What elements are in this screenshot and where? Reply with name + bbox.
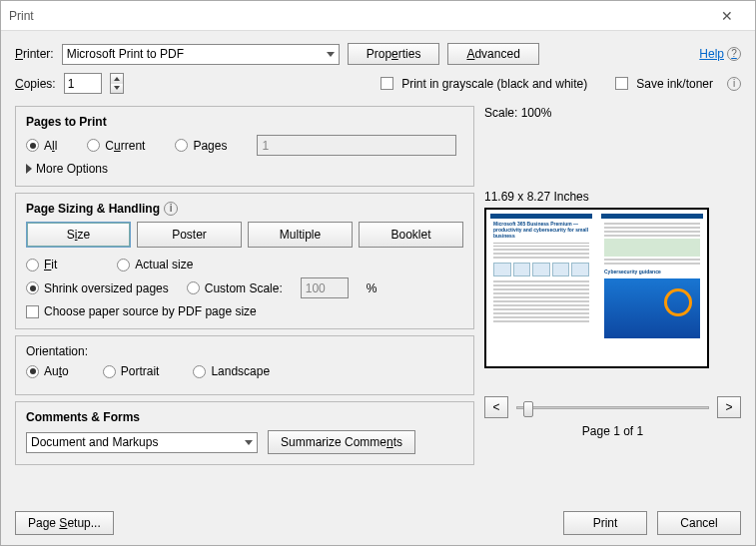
custom-label: Custom Scale: (205, 281, 283, 295)
choose-paper-checkbox[interactable] (26, 305, 39, 318)
pages-to-print-group: Pages to Print All Current Pages (15, 106, 474, 187)
grayscale-label: Print in grayscale (black and white) (401, 77, 587, 91)
next-page-button[interactable]: > (717, 396, 741, 418)
zoom-slider[interactable] (516, 406, 709, 409)
preview-sub-title: Cybersecurity guidance (601, 267, 703, 276)
actual-label: Actual size (135, 258, 193, 272)
fit-label: Fit (44, 258, 57, 272)
poster-tab[interactable]: Poster (137, 222, 242, 248)
info-icon[interactable]: i (164, 202, 178, 216)
pct-label: % (367, 281, 378, 295)
page-indicator: Page 1 of 1 (484, 424, 741, 438)
scale-label: Scale: 100% (484, 106, 741, 120)
multiple-tab[interactable]: Multiple (248, 222, 353, 248)
print-preview: Microsoft 365 Business Premium — product… (484, 208, 709, 368)
comments-select[interactable]: Document and Markups (26, 432, 258, 453)
chevron-down-icon (327, 52, 335, 57)
info-icon[interactable]: i (727, 77, 741, 91)
portrait-label: Portrait (121, 364, 160, 378)
booklet-tab[interactable]: Booklet (359, 222, 463, 248)
portrait-radio[interactable] (103, 365, 116, 378)
grayscale-checkbox[interactable] (380, 77, 393, 90)
shrink-radio[interactable] (26, 281, 39, 294)
shrink-label: Shrink oversized pages (44, 281, 169, 295)
advanced-button[interactable]: Advanced (447, 43, 538, 65)
saveink-checkbox[interactable] (615, 77, 628, 90)
page-setup-button[interactable]: Page Setup... (15, 511, 114, 535)
preview-dims: 11.69 x 8.27 Inches (484, 190, 741, 204)
window-title: Print (9, 9, 707, 23)
spinner-down[interactable] (111, 84, 123, 94)
copies-input[interactable] (64, 73, 102, 94)
size-tab[interactable]: Size (26, 222, 131, 248)
pages-range-input[interactable] (257, 135, 456, 156)
titlebar: Print ✕ (1, 1, 755, 31)
printer-select[interactable]: Microsoft Print to PDF (62, 44, 340, 65)
orientation-title: Orientation: (26, 344, 463, 358)
landscape-radio[interactable] (193, 365, 206, 378)
properties-button[interactable]: Properties (348, 43, 440, 65)
printer-value: Microsoft Print to PDF (67, 47, 184, 61)
copies-label: Copies: (15, 77, 56, 91)
custom-scale-input[interactable] (301, 277, 349, 298)
help-icon: ? (727, 47, 741, 61)
landscape-label: Landscape (211, 364, 270, 378)
cancel-button[interactable]: Cancel (657, 511, 741, 535)
custom-radio[interactable] (187, 281, 200, 294)
help-link[interactable]: Help ? (699, 47, 741, 61)
pages-label: Pages (193, 139, 227, 153)
print-dialog: Print ✕ Printer: Microsoft Print to PDF … (0, 0, 756, 546)
summarize-button[interactable]: Summarize Comments (268, 430, 415, 454)
prev-page-button[interactable]: < (484, 396, 508, 418)
choose-paper-label: Choose paper source by PDF page size (44, 304, 257, 318)
comments-group: Comments & Forms Document and Markups Su… (15, 401, 474, 465)
current-label: Current (105, 139, 145, 153)
pages-title: Pages to Print (26, 115, 463, 129)
all-radio[interactable] (26, 139, 39, 152)
sizing-group: Page Sizing & Handling i Size Poster Mul… (15, 193, 474, 329)
print-button[interactable]: Print (563, 511, 647, 535)
slider-thumb[interactable] (523, 401, 533, 417)
auto-label: Auto (44, 364, 69, 378)
sizing-title: Page Sizing & Handling i (26, 202, 463, 216)
current-radio[interactable] (87, 139, 100, 152)
spinner-up[interactable] (111, 74, 123, 84)
close-button[interactable]: ✕ (707, 8, 747, 24)
comments-title: Comments & Forms (26, 410, 463, 424)
printer-label: Printer: (15, 47, 54, 61)
preview-doc-title: Microsoft 365 Business Premium — product… (490, 219, 592, 241)
all-label: All (44, 139, 57, 153)
chevron-down-icon (245, 440, 253, 445)
orientation-group: Orientation: Auto Portrait Landscape (15, 335, 474, 395)
copies-spinner[interactable] (110, 73, 124, 94)
fit-radio[interactable] (26, 259, 39, 272)
actual-radio[interactable] (117, 259, 130, 272)
auto-radio[interactable] (26, 365, 39, 378)
more-options-toggle[interactable]: More Options (26, 162, 463, 176)
pages-radio[interactable] (175, 139, 188, 152)
saveink-label: Save ink/toner (636, 77, 713, 91)
disclosure-icon (26, 164, 32, 174)
